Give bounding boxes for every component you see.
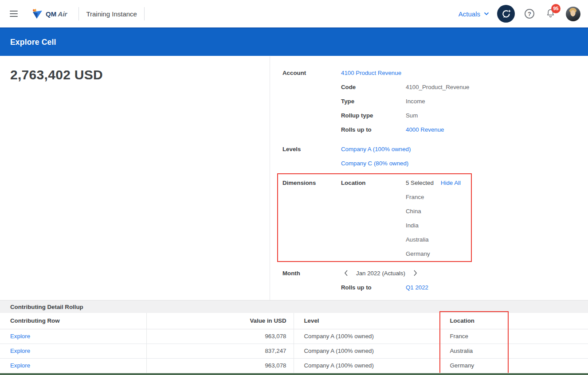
page-banner: Explore Cell — [0, 27, 588, 56]
logo-text-qm: QM — [46, 10, 57, 18]
account-label: Account — [282, 70, 341, 76]
cell-details-panel: Account 4100 Product Revenue Code 4100_P… — [270, 56, 588, 294]
levels-label: Levels — [282, 146, 341, 152]
sync-refresh-button[interactable] — [497, 5, 515, 23]
level-link[interactable]: Company A (100% owned) — [341, 146, 411, 152]
bottom-window-edge — [0, 373, 588, 375]
table-row: Explore 963,078 Company A (100% owned) F… — [0, 329, 588, 344]
month-label: Month — [282, 270, 341, 277]
month-rolls-up-link[interactable]: Q1 2022 — [406, 284, 428, 291]
notifications-button[interactable]: 95 — [546, 8, 555, 20]
account-rolls-up-link[interactable]: 4000 Revenue — [406, 126, 444, 133]
help-icon[interactable]: ? — [525, 9, 534, 19]
level-cell: Company A (100% owned) — [294, 358, 439, 373]
account-rolls-up-label: Rolls up to — [341, 126, 406, 133]
explore-link[interactable]: Explore — [10, 333, 30, 340]
level-cell: Company A (100% owned) — [294, 329, 439, 344]
refresh-sparkle-icon — [501, 9, 511, 19]
dimension-selected-count: 5 Selected — [406, 180, 434, 186]
type-value: Income — [406, 98, 425, 105]
location-cell: France — [439, 329, 588, 344]
table-header-row: Contributing Row Value in USD Level Loca… — [0, 313, 588, 329]
rollup-type-value: Sum — [406, 112, 418, 119]
table-row: Explore 837,247 Company A (100% owned) A… — [0, 344, 588, 358]
location-cell: Australia — [439, 344, 588, 358]
notification-badge: 95 — [551, 4, 561, 13]
explore-link[interactable]: Explore — [10, 348, 30, 354]
account-link[interactable]: 4100 Product Revenue — [341, 70, 401, 76]
code-label: Code — [341, 84, 406, 90]
value-cell: 963,078 — [146, 329, 294, 344]
app-logo[interactable]: QM Air — [32, 8, 67, 19]
code-value: 4100_Product_Revenue — [406, 84, 469, 90]
column-header-value: Value in USD — [146, 313, 294, 329]
level-cell: Company A (100% owned) — [294, 344, 439, 358]
scenario-dropdown-label: Actuals — [459, 10, 480, 18]
qm-air-logo-icon — [32, 8, 43, 19]
dimension-value: Germany — [406, 250, 430, 257]
contributing-rollup-table: Contributing Row Value in USD Level Loca… — [0, 313, 588, 373]
value-cell: 837,247 — [146, 344, 294, 358]
chevron-right-icon — [413, 270, 417, 276]
section-title: Contributing Detail Rollup — [10, 304, 83, 310]
month-value: Jan 2022 (Actuals) — [356, 270, 405, 277]
hamburger-menu-icon[interactable] — [10, 11, 18, 17]
page-title: Explore Cell — [10, 38, 56, 47]
month-rolls-up-label: Rolls up to — [341, 284, 406, 291]
table-row: Explore 963,078 Company A (100% owned) G… — [0, 358, 588, 373]
chevron-left-icon — [344, 270, 348, 276]
column-header-location: Location — [439, 313, 588, 329]
top-header: QM Air Training Instance Actuals ? 95 — [0, 0, 588, 27]
chevron-down-icon — [484, 12, 489, 16]
section-header: Contributing Detail Rollup — [0, 300, 588, 313]
location-cell: Germany — [439, 358, 588, 373]
cell-value: 2,763,402 USD — [10, 67, 103, 82]
dimension-value: Australia — [406, 236, 429, 243]
level-link[interactable]: Company C (80% owned) — [341, 160, 408, 167]
instance-name: Training Instance — [86, 10, 137, 18]
header-divider — [78, 7, 79, 20]
value-cell: 963,078 — [146, 358, 294, 373]
explore-link[interactable]: Explore — [10, 362, 30, 369]
dimension-value: India — [406, 222, 419, 229]
scenario-dropdown[interactable]: Actuals — [459, 10, 489, 18]
user-avatar[interactable] — [566, 7, 580, 21]
main-content: 2,763,402 USD Account 4100 Product Reven… — [0, 56, 588, 300]
hide-all-link[interactable]: Hide All — [441, 180, 461, 186]
column-header-contributing-row: Contributing Row — [0, 313, 146, 329]
dimension-name: Location — [341, 180, 406, 186]
logo-text-air: Air — [58, 10, 67, 18]
next-month-button[interactable] — [412, 269, 418, 277]
previous-month-button[interactable] — [343, 269, 349, 277]
column-header-level: Level — [294, 313, 439, 329]
rollup-type-label: Rollup type — [341, 112, 406, 119]
header-divider — [144, 7, 145, 20]
dimension-value: China — [406, 208, 421, 215]
type-label: Type — [341, 98, 406, 105]
dimensions-label: Dimensions — [282, 180, 341, 186]
dimension-value: France — [406, 194, 424, 200]
